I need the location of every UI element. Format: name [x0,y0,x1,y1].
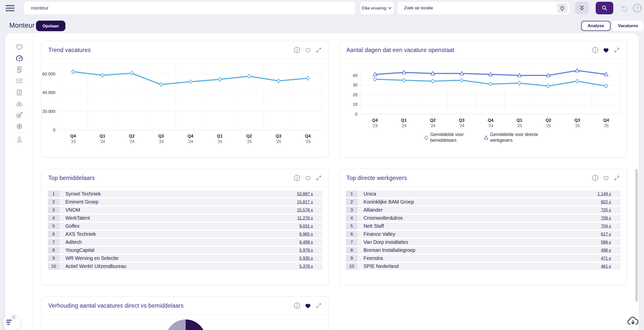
vacancy-count-link[interactable]: 15.576 x [297,207,323,213]
svg-text:'25: '25 [276,139,281,144]
tab-analyse[interactable]: Analyse [581,21,611,31]
info-button[interactable] [294,302,300,309]
svg-text:'24: '24 [488,124,493,128]
info-button[interactable] [592,47,598,53]
vacancy-count-link[interactable]: 15.817 x [297,199,323,205]
table-row: 6Finance Valley617 x [346,231,621,238]
experience-dropdown-label: Elke ervaring [362,6,386,11]
hamburger-menu-button[interactable] [6,3,16,13]
company-name: Croonwolter&dros [357,215,601,221]
vacancy-count-link[interactable]: 461 x [601,263,621,270]
sidebar-item-targets[interactable] [15,111,24,119]
favorite-button[interactable] [305,302,311,309]
sidebar-item-profile-card[interactable] [15,88,24,97]
location-pin-button[interactable] [557,3,568,13]
info-icon [294,47,300,53]
vacancy-count-link[interactable]: 586 x [601,239,621,246]
sidebar-item-checklist[interactable] [15,77,24,85]
vertical-scrollbar-thumb[interactable] [635,169,638,302]
table-row: 5Nett Staff704 x [346,223,621,229]
heart-icon [603,47,609,53]
svg-text:'25: '25 [546,124,551,128]
info-button[interactable] [294,175,300,181]
card-header: Trend vacatures [42,41,329,59]
vacancy-count-link[interactable]: 11.276 x [297,215,323,221]
info-icon [592,175,598,181]
person-icon [15,135,24,144]
favorite-button[interactable] [305,175,311,181]
svg-text:'25: '25 [575,124,580,128]
favorite-button[interactable] [603,175,609,181]
search-input[interactable] [24,2,355,14]
expand-button[interactable] [614,175,620,181]
expand-button[interactable] [315,302,322,309]
ratio-pie-chart [166,319,206,330]
svg-text:bemiddelaars: bemiddelaars [430,138,457,143]
location-input[interactable] [397,2,553,14]
sidebar-item-signpost[interactable] [15,122,24,131]
info-button[interactable] [294,47,300,53]
vacancy-count-link[interactable]: 617 x [601,231,621,238]
card-title: Top bemiddelaars [48,175,95,181]
sidebar-item-search-agents[interactable] [15,100,24,108]
info-button[interactable] [592,175,598,181]
save-button[interactable]: Opslaan [36,21,65,31]
table-row: 3VNOM15.576 x [48,207,323,213]
company-name: AXS Techniek [59,231,299,238]
table-row: 7Aditech6.499 x [48,239,323,246]
rank-cell: 6 [346,231,357,238]
vacancy-count-link[interactable]: 822 x [601,199,621,205]
vacancy-count-link[interactable]: 6.965 x [299,231,323,238]
expand-button[interactable] [614,47,620,53]
filter-fab-button[interactable]: 8 [3,314,21,330]
rank-cell: 4 [346,215,357,221]
vacancy-count-link[interactable]: 53.887 x [297,191,323,197]
experience-dropdown[interactable]: Elke ervaring [360,2,393,14]
table-row: 8YoungCapital5.979 x [48,247,323,254]
sidebar-item-account[interactable] [15,135,24,144]
rank-cell: 7 [346,239,357,246]
vacancy-count-link[interactable]: 1.149 x [597,191,621,197]
vacancy-count-link[interactable]: 498 x [601,247,621,254]
table-row: 1Synsel Techniek53.887 x [48,191,323,197]
svg-text:'24: '24 [188,139,193,144]
vacancy-count-link[interactable]: 704 x [601,223,621,229]
sidebar-item-dashboard[interactable] [15,54,24,63]
undo-button[interactable] [619,3,629,13]
favorite-button[interactable] [305,47,311,53]
expand-button[interactable] [315,175,322,181]
expand-button[interactable] [315,47,322,53]
favorite-button[interactable] [603,47,609,53]
card-days-open: Aantal dagen dat een vacature openstaat … [340,41,627,157]
vacancy-count-link[interactable]: 725 x [601,207,621,213]
sidebar-item-cv[interactable] [15,65,24,74]
rank-cell: 5 [48,223,59,229]
vacancy-count-link[interactable]: 5.935 x [299,255,323,262]
svg-text:Q4: Q4 [305,134,311,138]
chevron-down-icon [388,7,392,9]
svg-text:Q3: Q3 [459,118,465,123]
vacancy-count-link[interactable]: 9.031 x [299,223,323,229]
tab-vacatures[interactable]: Vacatures [612,21,643,31]
top-bemiddelaars-table: 1Synsel Techniek53.887 x2Eminent Groep15… [42,187,329,270]
download-button[interactable] [626,315,639,327]
expand-search-options-button[interactable] [575,2,589,14]
svg-text:'25: '25 [217,139,222,144]
heart-icon [305,302,311,309]
vacancy-count-link[interactable]: 708 x [601,215,621,221]
table-row: 7Van Dorp installaties586 x [346,239,621,246]
table-row: 2Eminent Groep15.817 x [48,199,323,205]
sidebar-item-favorites[interactable] [15,43,24,51]
svg-text:Q1: Q1 [100,134,105,138]
topbar: Elke ervaring ? [0,0,644,16]
vacancy-count-link[interactable]: 471 x [601,255,621,262]
company-name: Unica [357,191,597,197]
vacancy-count-link[interactable]: 6.499 x [299,239,323,246]
help-button[interactable]: ? [632,3,642,13]
search-submit-button[interactable] [596,2,613,14]
vacancy-count-link[interactable]: 5.979 x [299,247,323,254]
rank-cell: 3 [48,207,59,213]
vacancy-count-link[interactable]: 5.378 x [299,263,323,270]
table-row: 1Unica1.149 x [346,191,621,197]
svg-text:40.000: 40.000 [42,90,55,95]
